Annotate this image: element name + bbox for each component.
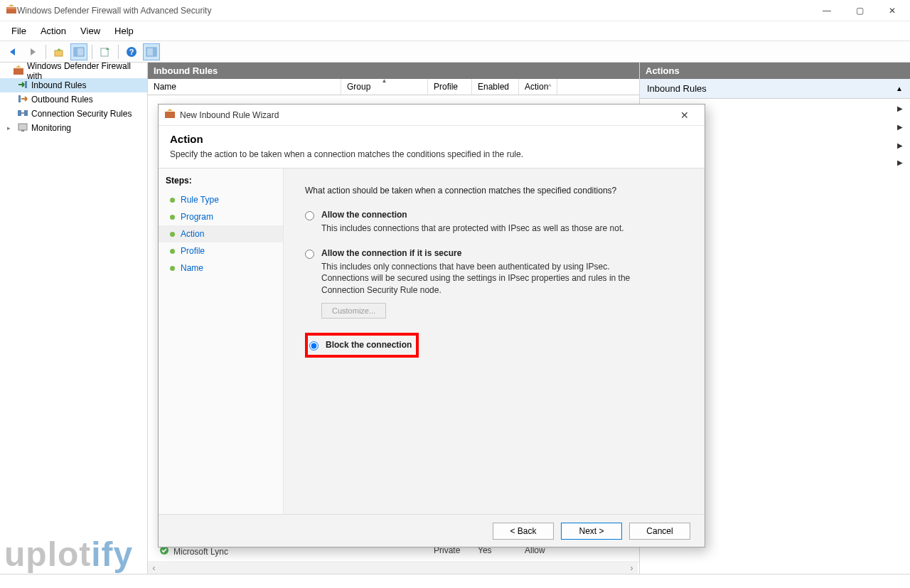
window-maximize-button[interactable]: ▢ [843,0,876,21]
svg-rect-12 [18,95,21,102]
firewall-icon [13,65,24,78]
svg-rect-14 [24,110,28,116]
tree-outbound-rules[interactable]: Outbound Rules [0,92,147,107]
menu-action[interactable]: Action [33,23,73,39]
dialog-content: What action should be taken when a conne… [284,169,705,514]
steps-heading: Steps: [159,173,283,191]
radio-description: This includes connections that are prote… [321,223,624,234]
step-profile[interactable]: Profile [159,242,283,260]
inbound-rules-icon [17,79,28,92]
expand-icon[interactable]: ▸ [7,124,14,132]
radio-input[interactable] [309,341,318,351]
tree-root-label: Windows Defender Firewall with [27,61,147,81]
step-bullet-icon [170,215,175,220]
actions-heading: Actions [640,63,910,79]
radio-allow-connection[interactable]: Allow the connection This includes conne… [305,210,683,234]
radio-title: Allow the connection [321,210,624,220]
svg-rect-1 [6,7,16,9]
tree-root[interactable]: Windows Defender Firewall with [0,64,147,78]
export-button[interactable] [97,43,114,60]
step-bullet-icon [170,249,175,254]
dialog-page-title: Action [170,133,693,145]
forward-button[interactable] [24,43,41,60]
actions-subheading[interactable]: Inbound Rules ▲ [640,79,910,99]
chevron-right-icon: ▶ [897,123,903,131]
customize-button: Customize... [321,303,386,319]
radio-input[interactable] [305,250,314,259]
tree-item-label: Outbound Rules [31,95,93,105]
col-enabled[interactable]: Enabled [472,79,519,95]
scroll-track[interactable] [160,563,626,574]
grid-column-headers[interactable]: Name Group ▲ Profile Enabled Action^ [148,79,639,95]
cancel-button[interactable]: Cancel [629,523,690,540]
outbound-rules-icon [17,93,28,107]
menu-file[interactable]: File [4,23,33,39]
action-pane-button[interactable] [143,43,160,60]
svg-text:?: ? [129,48,134,56]
radio-title: Allow the connection if it is secure [321,248,655,258]
chevron-right-icon: ▶ [897,159,903,166]
chevron-right-icon: ▶ [897,105,903,112]
dialog-page-description: Specify the action to be taken when a co… [170,149,693,159]
radio-title: Block the connection [326,340,412,350]
radio-block-connection[interactable]: Block the connection [309,340,412,351]
firewall-icon [164,108,176,122]
toolbar-separator [118,45,119,59]
col-action[interactable]: Action^ [519,79,557,95]
highlighted-selection: Block the connection [305,333,419,358]
connection-security-icon [17,107,28,121]
svg-rect-18 [165,112,175,118]
step-bullet-icon [170,266,175,271]
window-title: Windows Defender Firewall with Advanced … [17,6,810,16]
toolbar-separator [46,45,46,59]
dialog-title: New Inbound Rule Wizard [180,110,670,120]
show-hide-tree-button[interactable] [70,43,87,60]
col-group[interactable]: Group ▲ [341,79,428,95]
col-profile[interactable]: Profile [428,79,472,95]
svg-rect-11 [25,81,27,88]
help-button[interactable]: ? [123,43,140,60]
horizontal-scrollbar[interactable]: ‹ › [148,562,639,574]
tree-connection-security[interactable]: Connection Security Rules [0,107,147,121]
back-button[interactable] [4,43,21,60]
collapse-icon[interactable]: ▲ [896,85,903,92]
statusbar [0,574,910,588]
step-program[interactable]: Program [159,208,283,225]
chevron-right-icon: ▶ [897,141,903,149]
svg-rect-10 [14,68,23,75]
scroll-left-button[interactable]: ‹ [148,563,160,574]
radio-allow-secure[interactable]: Allow the connection if it is secure Thi… [305,248,683,319]
menu-view[interactable]: View [73,23,107,39]
svg-rect-4 [74,48,77,56]
tree-monitoring[interactable]: ▸ Monitoring [0,121,147,135]
sort-indicator-icon: ^ [548,83,551,90]
navigation-tree[interactable]: Windows Defender Firewall with Inbound R… [0,63,148,574]
radio-input[interactable] [305,211,314,220]
menubar: File Action View Help [0,21,910,41]
toolbar: ? [0,41,910,63]
up-level-button[interactable] [50,43,68,60]
menu-help[interactable]: Help [107,23,141,39]
scroll-right-button[interactable]: › [626,563,638,574]
step-bullet-icon [170,198,175,203]
step-rule-type[interactable]: Rule Type [159,191,283,208]
back-button[interactable]: < Back [493,523,554,540]
col-name[interactable]: Name [148,79,341,95]
svg-rect-13 [18,110,21,116]
dialog-titlebar[interactable]: New Inbound Rule Wizard ✕ [159,105,705,126]
step-action[interactable]: Action [159,225,283,242]
step-name[interactable]: Name [159,260,283,277]
firewall-icon [6,4,17,17]
radio-description: This includes only connections that have… [321,261,655,296]
window-titlebar: Windows Defender Firewall with Advanced … [0,0,910,21]
grid-heading: Inbound Rules [148,63,639,79]
step-bullet-icon [170,232,175,237]
window-minimize-button[interactable]: — [810,0,843,21]
new-inbound-rule-wizard-dialog: New Inbound Rule Wizard ✕ Action Specify… [158,104,705,547]
tree-item-label: Connection Security Rules [31,109,132,119]
next-button[interactable]: Next > [561,523,622,540]
dialog-close-button[interactable]: ✕ [670,109,699,121]
wizard-question: What action should be taken when a conne… [305,186,683,196]
window-close-button[interactable]: ✕ [876,0,909,21]
tree-item-label: Monitoring [31,123,71,133]
